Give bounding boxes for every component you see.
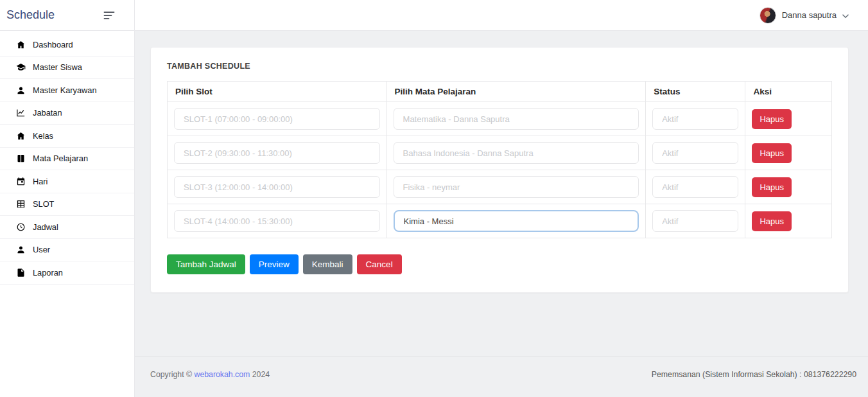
sidebar-item-mata-pelajaran[interactable]: Mata Pelajaran (0, 148, 134, 171)
document-icon (16, 268, 26, 278)
person-icon (16, 245, 26, 254)
column-header-aksi: Aksi (745, 82, 832, 102)
footer-contact: Pememsanan (Sistem Informasi Sekolah) : … (652, 370, 856, 379)
user-menu[interactable]: Danna saputra (759, 7, 849, 24)
slot-input-1[interactable] (174, 108, 380, 130)
slot-input-2[interactable] (174, 142, 380, 164)
sidebar-item-label: SLOT (33, 199, 54, 209)
sidebar-item-label: Master Siswa (33, 62, 82, 72)
sidebar-item-label: Master Karyawan (33, 85, 97, 95)
topbar-user-area: Danna saputra (135, 0, 868, 30)
clock-icon (16, 222, 26, 232)
home-icon (16, 131, 26, 141)
sidebar-item-label: Hari (33, 177, 48, 186)
hapus-button-1[interactable]: Hapus (752, 109, 792, 129)
sidebar-item-label: Mata Pelajaran (33, 154, 88, 163)
status-input-2[interactable] (652, 142, 738, 164)
footer: Copyright © webarokah.com 2024 Pememsana… (135, 356, 868, 397)
main-content: TAMBAH SCHEDULE Pilih Slot Pilih Mata Pe… (135, 31, 868, 397)
table-row: Hapus (168, 102, 832, 136)
card-title: TAMBAH SCHEDULE (167, 62, 832, 71)
sidebar-item-label: User (33, 245, 50, 254)
sidebar-item-label: Kelas (33, 131, 53, 141)
sidebar-item-laporan[interactable]: Laporan (0, 261, 134, 285)
book-icon (16, 154, 26, 163)
home-icon (16, 40, 26, 49)
sidebar-item-label: Jadwal (33, 222, 58, 232)
app-title: Schedule (6, 8, 55, 22)
sidebar-item-label: Dashboard (33, 40, 73, 49)
table-row: Hapus (168, 170, 832, 204)
table-header-row: Pilih Slot Pilih Mata Pelajaran Status A… (168, 82, 832, 102)
line-chart-icon (16, 108, 26, 118)
sidebar-item-dashboard[interactable]: Dashboard (0, 33, 134, 57)
sidebar-item-jadwal[interactable]: Jadwal (0, 216, 134, 239)
status-input-4[interactable] (652, 210, 738, 232)
cancel-button[interactable]: Cancel (357, 254, 402, 274)
sidebar-item-user[interactable]: User (0, 239, 134, 262)
sidebar: Dashboard Master Siswa Master Karyawan J… (0, 31, 135, 397)
subject-input-2[interactable] (394, 142, 639, 164)
footer-copyright: Copyright © webarokah.com 2024 (150, 370, 270, 379)
schedule-table: Pilih Slot Pilih Mata Pelajaran Status A… (167, 81, 832, 238)
preview-button[interactable]: Preview (250, 254, 299, 274)
table-row: Hapus (168, 136, 832, 170)
slot-input-3[interactable] (174, 176, 380, 198)
content-spacer (135, 293, 868, 356)
sidebar-item-master-siswa[interactable]: Master Siswa (0, 57, 134, 80)
topbar: Schedule Danna saputra (0, 0, 868, 31)
brand-area: Schedule (0, 0, 135, 30)
copyright-prefix: Copyright © (150, 370, 195, 379)
sidebar-item-label: Laporan (33, 268, 63, 278)
sidebar-item-kelas[interactable]: Kelas (0, 125, 134, 148)
person-icon (16, 85, 26, 95)
kembali-button[interactable]: Kembali (303, 254, 352, 274)
form-actions: Tambah Jadwal Preview Kembali Cancel (167, 254, 832, 274)
chevron-down-icon (842, 10, 849, 21)
column-header-status: Status (646, 82, 745, 102)
table-row: Hapus (168, 204, 832, 238)
sidebar-item-label: Jabatan (33, 108, 62, 118)
sidebar-item-master-karyawan[interactable]: Master Karyawan (0, 79, 134, 102)
slot-input-4[interactable] (174, 210, 380, 232)
status-input-1[interactable] (652, 108, 738, 130)
subject-input-3[interactable] (394, 176, 639, 198)
avatar[interactable] (759, 7, 776, 24)
webarokah-link[interactable]: webarokah.com (195, 370, 250, 379)
sidebar-toggle-icon[interactable] (103, 11, 115, 20)
sidebar-item-hari[interactable]: Hari (0, 170, 134, 193)
copyright-year: 2024 (250, 370, 270, 379)
hapus-button-3[interactable]: Hapus (752, 177, 792, 197)
sidebar-item-jabatan[interactable]: Jabatan (0, 102, 134, 125)
subject-input-4[interactable] (394, 210, 639, 232)
calendar-icon (16, 177, 26, 186)
sidebar-item-slot[interactable]: SLOT (0, 193, 134, 216)
subject-input-1[interactable] (394, 108, 639, 130)
graduation-cap-icon (16, 62, 26, 72)
tambah-jadwal-button[interactable]: Tambah Jadwal (167, 254, 245, 274)
status-input-3[interactable] (652, 176, 738, 198)
user-name: Danna saputra (782, 10, 837, 20)
schedule-card: TAMBAH SCHEDULE Pilih Slot Pilih Mata Pe… (150, 47, 849, 293)
hapus-button-4[interactable]: Hapus (752, 211, 792, 231)
hapus-button-2[interactable]: Hapus (752, 143, 792, 163)
column-header-pilih-slot: Pilih Slot (168, 82, 387, 102)
column-header-pilih-mata-pelajaran: Pilih Mata Pelajaran (386, 82, 646, 102)
table-icon (16, 199, 26, 209)
